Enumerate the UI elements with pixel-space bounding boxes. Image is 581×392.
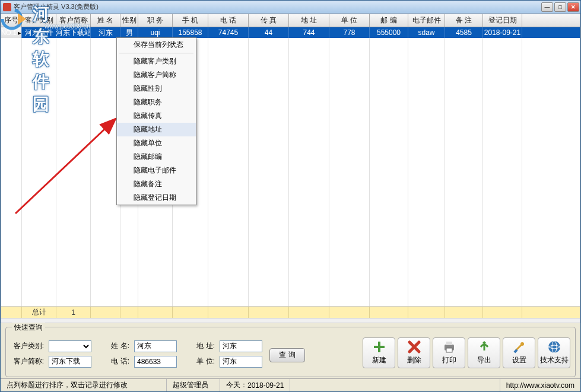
address-input[interactable] [220,340,262,352]
row-indicator: NO.1▸ [1,27,22,38]
context-menu: 保存当前列状态隐藏客户类别隐藏客户简称隐藏性别隐藏职务隐藏传真隐藏地址隐藏单位隐… [116,37,196,205]
cell: 778 [329,27,370,38]
column-header[interactable]: 序号 [1,14,22,27]
settings-button[interactable]: 设置 [503,337,535,368]
short-label: 客户简称: [11,356,44,366]
column-header[interactable]: 邮 编 [370,14,408,27]
context-menu-item[interactable]: 隐藏客户简称 [117,68,196,82]
context-menu-item[interactable]: 隐藏登记日期 [117,191,196,205]
action-label: 打印 [442,355,456,365]
cell: 74745 [208,27,249,38]
plus-button[interactable]: 新建 [363,337,395,368]
action-label: 导出 [477,355,491,365]
query-panel: 快速查询 客户类别: 姓 名: 地 址: 客户简称: 电 话: 单 位: [5,327,576,377]
unit-label: 单 位: [182,356,215,366]
context-menu-item[interactable]: 隐藏性别 [117,82,196,95]
svg-rect-4 [446,348,452,352]
address-label: 地 址: [182,341,215,351]
status-url[interactable]: http://www.xiaotv.com [500,379,580,391]
phone-label: 电 话: [96,356,129,366]
status-date: 今天：2018-09-21 [220,379,290,391]
column-header[interactable]: 性别 [120,14,138,27]
horizontal-scrollbar[interactable] [1,318,580,323]
cell: sdaw [408,27,445,38]
context-menu-item[interactable]: 隐藏传真 [117,109,196,123]
footer-label: 总计 [22,307,56,318]
column-header[interactable]: 传 真 [249,14,289,27]
cell: 555000 [370,27,408,38]
column-header[interactable]: 姓 名 [91,14,120,27]
status-hint: 点列标题进行排序，双击记录进行修改 [1,379,167,391]
phone-input[interactable] [134,356,177,368]
cell: 155858 [173,27,208,38]
print-button[interactable]: 打印 [433,337,465,368]
settings-icon [512,340,526,354]
minimize-button[interactable]: — [541,2,553,12]
export-icon [477,340,491,354]
short-input[interactable] [49,356,91,368]
statusbar: 点列标题进行排序，双击记录进行修改 超级管理员 今天：2018-09-21 ht… [1,378,580,391]
column-header[interactable]: 电 话 [208,14,249,27]
column-header[interactable]: 登记日期 [483,14,522,27]
cell: 2018-09-21 [483,27,522,38]
data-grid: 序号客户类别客户简称姓 名性别职 务手 机电 话传 真地 址单 位邮 编电子邮件… [1,14,580,323]
cell: 河东软件 [22,27,56,38]
context-menu-item[interactable]: 保存当前列状态 [117,38,196,52]
query-panel-title: 快速查询 [12,323,45,333]
status-user: 超级管理员 [167,379,220,391]
unit-input[interactable] [220,356,262,368]
support-button[interactable]: 技术支持 [538,337,570,368]
cell: 河东下载站 [56,27,91,38]
context-menu-item[interactable]: 隐藏客户类别 [117,55,196,68]
column-header[interactable]: 客户类别 [22,14,56,27]
column-header[interactable]: 单 位 [329,14,370,27]
cell: 744 [289,27,329,38]
category-select[interactable] [49,340,91,352]
name-input[interactable] [134,340,177,352]
context-menu-item[interactable]: 隐藏职务 [117,95,196,109]
column-header[interactable]: 电子邮件 [408,14,445,27]
action-label: 技术支持 [540,355,569,365]
context-menu-item[interactable]: 隐藏邮编 [117,150,196,164]
action-label: 新建 [372,355,386,365]
column-header[interactable]: 备 注 [445,14,483,27]
query-button[interactable]: 查 询 [269,348,305,362]
column-header[interactable]: 职 务 [138,14,173,27]
name-label: 姓 名: [96,341,129,351]
grid-body: NO.1▸河东软件河东下载站河东男uqi15585874745447447785… [1,27,580,306]
grid-footer: 总计1 [1,306,580,318]
column-header[interactable]: 客户简称 [56,14,91,27]
svg-point-7 [548,341,560,353]
cell: 4585 [445,27,483,38]
category-label: 客户类别: [11,341,44,351]
close-button[interactable]: ✕ [567,2,579,12]
print-icon [442,340,456,354]
context-menu-item[interactable]: 隐藏电子邮件 [117,164,196,177]
table-row[interactable]: NO.1▸河东软件河东下载站河东男uqi15585874745447447785… [1,27,580,38]
context-menu-item[interactable]: 隐藏备注 [117,177,196,191]
column-header[interactable]: 手 机 [173,14,208,27]
grid-header[interactable]: 序号客户类别客户简称姓 名性别职 务手 机电 话传 真地 址单 位邮 编电子邮件… [1,14,580,27]
cell: 44 [249,27,289,38]
app-icon [3,3,11,11]
export-button[interactable]: 导出 [468,337,500,368]
delete-icon [407,340,421,354]
svg-rect-3 [446,342,452,345]
titlebar: 客户管理小精灵 V3.3(免费版) — □ ✕ [1,1,580,14]
cell: 男 [120,27,138,38]
svg-rect-1 [374,346,385,348]
delete-button[interactable]: 删除 [398,337,430,368]
context-menu-item[interactable]: 隐藏地址 [117,123,196,136]
column-header[interactable]: 地 址 [289,14,329,27]
action-label: 删除 [407,355,421,365]
svg-point-5 [520,342,524,346]
cell: uqi [138,27,173,38]
cell: 河东 [91,27,120,38]
window-title: 客户管理小精灵 V3.3(免费版) [14,2,99,11]
plus-icon [372,340,386,354]
support-icon [547,340,561,354]
context-menu-item[interactable]: 隐藏单位 [117,136,196,150]
footer-count: 1 [56,307,91,318]
maximize-button[interactable]: □ [554,2,566,12]
action-label: 设置 [512,355,526,365]
